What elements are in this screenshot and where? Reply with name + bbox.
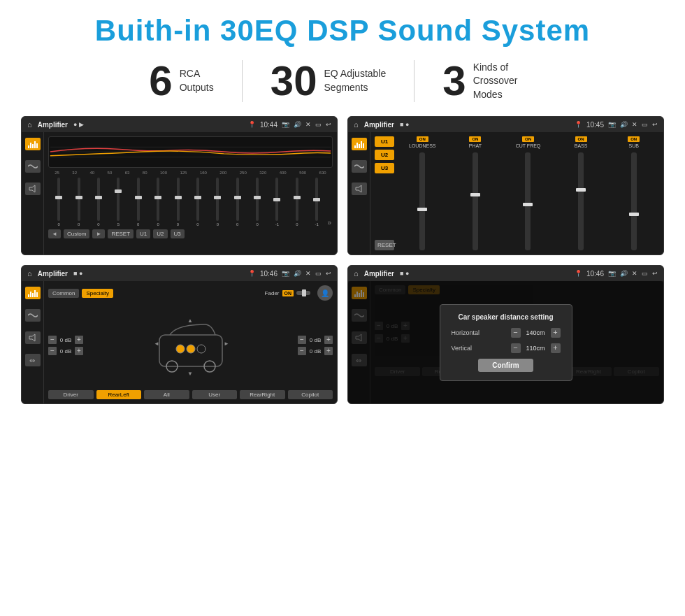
eq-arrows: »: [327, 219, 331, 227]
stat-crossover: 3 Kinds of Crossover Modes: [414, 60, 563, 102]
sidebar-speaker-icon[interactable]: [25, 182, 41, 195]
svg-rect-17: [30, 292, 31, 297]
eq-slider-9[interactable]: 0: [208, 178, 226, 227]
reset-button[interactable]: RESET: [108, 229, 134, 238]
eq-slider-4[interactable]: 5: [109, 178, 127, 227]
sidebar-speaker-icon-3[interactable]: [25, 331, 41, 344]
u1-button[interactable]: U1: [136, 229, 150, 238]
db-plus-4[interactable]: +: [324, 347, 333, 355]
db-plus-1[interactable]: +: [75, 336, 83, 344]
eq-slider-13[interactable]: 0: [288, 178, 306, 227]
sidebar-wave-icon-3[interactable]: [25, 309, 41, 322]
all-btn[interactable]: All: [144, 390, 189, 399]
eq-slider-7[interactable]: 0: [168, 178, 187, 227]
sidebar-arrows-icon-3[interactable]: ⇔: [25, 354, 41, 366]
eq-slider-12[interactable]: -1: [268, 178, 286, 227]
driver-btn[interactable]: Driver: [48, 390, 94, 399]
vertical-plus[interactable]: +: [551, 343, 561, 353]
loudness-on[interactable]: ON: [417, 136, 428, 142]
back-icon-2: ↩: [652, 121, 658, 128]
prev-button[interactable]: ◄: [48, 229, 61, 238]
dialog-horizontal-row: Horizontal − 140cm +: [452, 328, 561, 338]
fader-label: Fader: [265, 290, 280, 296]
u2-button[interactable]: U2: [153, 229, 167, 238]
window-icon-3: ▭: [315, 270, 322, 277]
svg-text:▼: ▼: [187, 371, 193, 377]
eq-freq-labels: 2532405063 80100125160200 25032040050063…: [48, 171, 333, 175]
screen1-content: 2532405063 80100125160200 25032040050063…: [22, 132, 337, 255]
eq-slider-10[interactable]: 0: [229, 178, 247, 227]
db-minus-4[interactable]: −: [298, 347, 306, 355]
sidebar-eq-icon[interactable]: [25, 138, 41, 150]
common-tab[interactable]: Common: [48, 289, 79, 298]
screen4-topbar: ⌂ Amplifier ■ ● 📍 10:46 📷 🔊 ✕ ▭ ↩: [348, 266, 663, 281]
db-minus-1[interactable]: −: [48, 336, 57, 344]
custom-label[interactable]: Custom: [64, 229, 90, 238]
dots-icon: ● ▶: [73, 121, 84, 128]
eq-slider-11[interactable]: 0: [248, 178, 266, 227]
u1-preset[interactable]: U1: [375, 136, 394, 147]
phat-on[interactable]: ON: [469, 136, 481, 142]
page-title: Buith-in 30EQ DSP Sound System: [21, 14, 664, 48]
eq-slider-1[interactable]: 0: [50, 178, 68, 227]
copilot-btn[interactable]: Copilot: [288, 390, 333, 399]
location-icon-2: 📍: [575, 121, 582, 128]
eq-slider-5[interactable]: 0: [129, 178, 147, 227]
db-plus-2[interactable]: +: [75, 347, 83, 355]
bass-on[interactable]: ON: [575, 136, 587, 142]
camera-icon-3: 📷: [282, 270, 289, 277]
cross-bottom-btns: Driver RearLeft All User RearRight Copil…: [48, 390, 333, 399]
svg-marker-21: [29, 334, 35, 341]
screen1-topbar-right: 📍 10:44 📷 🔊 ✕ ▭ ↩: [248, 121, 331, 129]
dots-icon-3: ■ ●: [73, 270, 82, 277]
eq-slider-3[interactable]: 0: [89, 178, 108, 227]
amp-reset[interactable]: RESET: [375, 240, 394, 250]
db-control-1: − 0 dB +: [48, 336, 83, 344]
eq-slider-8[interactable]: 0: [189, 178, 207, 227]
specialty-tab[interactable]: Specialty: [82, 289, 113, 298]
u2-preset[interactable]: U2: [375, 150, 394, 160]
user-avatar[interactable]: 👤: [317, 285, 333, 301]
vertical-label: Vertical: [452, 345, 473, 352]
back-icon: ↩: [326, 121, 331, 128]
u3-preset[interactable]: U3: [375, 163, 394, 173]
eq-slider-2[interactable]: 0: [69, 178, 87, 227]
stats-row: 6 RCA Outputs 30 EQ Adjustable Segments …: [21, 60, 664, 102]
svg-rect-1: [30, 143, 31, 148]
rearleft-btn[interactable]: RearLeft: [96, 390, 142, 399]
svg-point-28: [197, 345, 206, 353]
db-minus-2[interactable]: −: [48, 347, 57, 355]
loudness-label: LOUDNESS: [409, 143, 436, 148]
svg-point-27: [187, 345, 195, 353]
sidebar-wave-icon-2[interactable]: [352, 160, 367, 173]
screen4-content: ⇔ Common Specialty −0 dB+ −0 dB+: [348, 281, 663, 403]
sub-on[interactable]: ON: [628, 136, 640, 142]
fader-on[interactable]: ON: [282, 290, 294, 296]
rearright-btn[interactable]: RearRight: [240, 390, 285, 399]
phat-label: PHAT: [469, 143, 482, 148]
horizontal-plus[interactable]: +: [551, 328, 561, 338]
eq-slider-6[interactable]: 0: [149, 178, 167, 227]
channel-bass: ON BASS: [556, 136, 607, 250]
screen2-content: U1 U2 U3 RESET ON LOUDNESS: [348, 132, 663, 255]
screens-grid: ⌂ Amplifier ● ▶ 📍 10:44 📷 🔊 ✕ ▭ ↩: [21, 116, 664, 404]
horizontal-minus[interactable]: −: [511, 328, 521, 338]
stat-number-eq: 30: [271, 60, 317, 102]
eq-slider-14[interactable]: -1: [308, 178, 326, 227]
sidebar-eq-icon-2[interactable]: [352, 138, 367, 150]
u3-button[interactable]: U3: [171, 229, 185, 238]
confirm-button[interactable]: Confirm: [478, 359, 533, 372]
screen1-time: 10:44: [260, 121, 277, 129]
cutfreq-on[interactable]: ON: [522, 136, 534, 142]
sidebar-eq-icon-3[interactable]: [25, 287, 41, 299]
db-minus-3[interactable]: −: [298, 336, 306, 344]
sidebar-wave-icon[interactable]: [25, 160, 41, 173]
close-icon-4: ✕: [632, 270, 637, 277]
vertical-minus[interactable]: −: [511, 343, 521, 353]
right-db-controls: − 0 dB + − 0 dB +: [298, 336, 333, 355]
user-btn[interactable]: User: [192, 390, 238, 399]
sidebar-speaker-icon-2[interactable]: [352, 182, 367, 195]
next-button[interactable]: ►: [92, 229, 105, 238]
channel-cutfreq: ON CUT FREQ: [503, 136, 554, 250]
db-plus-3[interactable]: +: [324, 336, 333, 344]
